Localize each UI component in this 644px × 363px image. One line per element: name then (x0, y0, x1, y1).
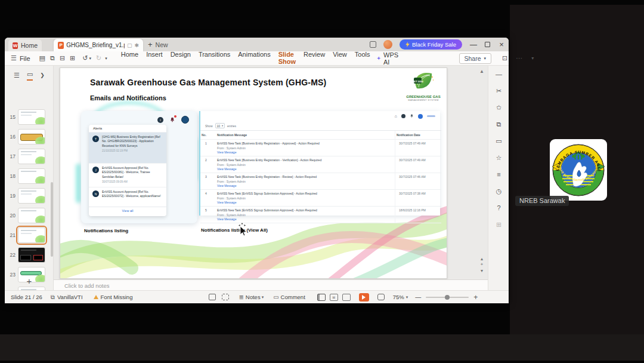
zoom-value[interactable]: 75% (393, 294, 404, 300)
slide-canvas[interactable]: Sarawak Greenhouse Gas Management System… (60, 67, 447, 279)
alert-item-1[interactable]: T [GHG-MS] Business Entity Registration … (89, 133, 166, 164)
file-menu[interactable]: File (19, 54, 31, 63)
thumbnail-scrollbar[interactable] (51, 182, 53, 257)
next-slide-arrow[interactable]: ▾ (479, 268, 485, 273)
favorites-icon[interactable]: ☆ (488, 154, 509, 162)
menu-home[interactable]: Home (120, 50, 139, 67)
view-message-link[interactable]: View Message (217, 167, 394, 171)
hamburger-icon[interactable]: ☰ (11, 54, 17, 62)
view-message-link[interactable]: View Message (217, 217, 394, 221)
theme-name[interactable]: VanillaVTI (57, 294, 83, 300)
thumbnail-row-16[interactable]: 16 (5, 127, 54, 146)
share-button[interactable]: Share ▾ (459, 53, 492, 64)
profile-avatar-icon[interactable] (181, 116, 189, 124)
table-row[interactable]: 4 EnViSS New Task [EnViSS Signup Submiss… (200, 190, 441, 207)
undo-caret-icon[interactable]: ▾ (89, 56, 92, 61)
menu-insert[interactable]: Insert (145, 50, 163, 67)
collapse-strip-icon[interactable]: — (488, 70, 509, 78)
thumbnail-row-20[interactable]: 20 (5, 205, 54, 225)
settings-sliders-icon[interactable]: ≡ (488, 171, 509, 178)
outline-view-icon[interactable]: ☰ (14, 72, 20, 79)
view-all-link[interactable]: View all (89, 207, 166, 213)
user-avatar[interactable] (383, 40, 392, 49)
comment-label[interactable]: Comment (281, 294, 305, 300)
save-icon[interactable]: ▤ (39, 54, 45, 62)
collapse-ribbon-icon[interactable]: ▾ (531, 56, 534, 61)
minimize-button[interactable]: — (469, 41, 478, 49)
zoom-in-button[interactable]: + (473, 293, 478, 302)
fullscreen-icon[interactable] (377, 294, 385, 300)
menu-design[interactable]: Design (170, 50, 191, 67)
table-row[interactable]: 5 EnViSS New Task [EnViSS Signup Submiss… (200, 207, 441, 223)
print-preview-icon[interactable]: ⊞ (70, 54, 75, 62)
undo-icon[interactable]: ↺ (82, 54, 88, 62)
effects-icon[interactable]: ✩ (488, 104, 509, 112)
export-icon[interactable]: ⧉ (50, 54, 55, 62)
zoom-slider-knob[interactable] (445, 295, 450, 300)
edit-tools-icon[interactable]: ✂ (488, 87, 509, 95)
zoom-caret-icon[interactable]: ▾ (406, 295, 408, 300)
view-message-link[interactable]: View Message (217, 184, 394, 187)
view-message-link[interactable]: View Message (217, 201, 394, 204)
print-icon[interactable]: ⊟ (60, 54, 65, 62)
menu-review[interactable]: Review (303, 50, 326, 67)
task-pane-icon[interactable] (209, 294, 216, 300)
table-row[interactable]: 1 EnViSS New Task [Business Entity Regis… (200, 140, 441, 156)
reading-view-button[interactable] (342, 294, 351, 301)
thumbnail-row-17[interactable]: 17 (5, 146, 54, 166)
notes-bar[interactable]: Click to add notes (54, 279, 488, 290)
black-friday-sale-button[interactable]: Black Friday Sale (400, 39, 462, 50)
slide-sorter-view-button[interactable]: ⊞ (330, 294, 338, 301)
info-icon[interactable]: i (157, 117, 163, 123)
comment-panel-icon[interactable]: ▭ (488, 137, 509, 145)
table-row[interactable]: 2 EnViSS New Task [Business Entity Regis… (200, 156, 441, 173)
thumbnail-row-22[interactable]: 22 (5, 245, 54, 264)
menu-animations[interactable]: Animations (237, 50, 271, 67)
history-caret-icon[interactable]: ▾ (105, 56, 107, 61)
notifications-table-panel: ⌂ Show 10 ▾ entries No. (199, 111, 440, 216)
menu-transitions[interactable]: Transitions (198, 50, 231, 67)
notification-bell-icon[interactable] (169, 116, 175, 123)
zoom-out-button[interactable]: — (415, 294, 421, 300)
alert-item-3[interactable]: N EnViSS Account Approved [Ref No. ES/20… (89, 187, 166, 207)
alert-item-2[interactable]: J EnViSS Account Approved [Ref No. ES/20… (89, 164, 166, 187)
menu-tools[interactable]: Tools (354, 50, 371, 67)
table-row[interactable]: 3 EnViSS New Task [Business Entity Regis… (200, 173, 441, 190)
menu-slide-show[interactable]: Slide Show (278, 50, 296, 67)
notes-toggle-label[interactable]: Notes (246, 294, 261, 300)
view-message-link[interactable]: View Message (217, 150, 394, 154)
font-missing-label[interactable]: Font Missing (101, 294, 133, 300)
zoom-slider[interactable] (426, 297, 469, 298)
more-options-icon[interactable]: ⋯ (516, 54, 523, 62)
thumbnail-row-18[interactable]: 18 (5, 166, 54, 186)
close-button[interactable]: × (497, 40, 506, 49)
entries-select[interactable]: 10 ▾ (215, 123, 225, 128)
add-slide-button[interactable]: + (5, 276, 54, 286)
slideshow-play-button[interactable] (359, 293, 369, 302)
new-tab-button[interactable]: + New (148, 40, 168, 49)
thumbnail-row-15[interactable]: 15 (5, 107, 54, 127)
tab-wps-home[interactable]: W Home (8, 39, 42, 51)
maximize-button[interactable] (485, 42, 490, 47)
history-clock-icon[interactable]: ◷ (488, 187, 509, 195)
normal-view-button[interactable] (317, 294, 326, 301)
menu-view[interactable]: View (332, 50, 348, 67)
home-icon[interactable]: ⌂ (395, 114, 397, 118)
expand-panel-icon[interactable]: ❯ (40, 72, 45, 78)
prev-slide-arrow[interactable]: ▴ (479, 256, 485, 262)
slide-view-icon[interactable]: ▭ (27, 70, 33, 81)
thumbnail-row-21-active[interactable]: 21 (5, 225, 54, 245)
notebook-icon[interactable]: ⊡ (502, 54, 507, 62)
layout-mode-icon[interactable] (370, 41, 376, 48)
help-icon[interactable] (401, 114, 405, 118)
thumbnail-row-19[interactable]: 19 (5, 186, 54, 205)
shapes-icon[interactable]: ⧉ (488, 121, 509, 128)
user-avatar-icon[interactable] (418, 114, 423, 119)
bell-icon[interactable] (410, 113, 414, 119)
slide-nav-icon[interactable]: ✦ (479, 262, 485, 267)
help-icon[interactable]: ? (488, 204, 509, 211)
wps-ai-menu[interactable]: WPS AI (377, 50, 400, 67)
notes-caret-icon[interactable]: ▾ (262, 295, 264, 300)
jump-to-icon[interactable] (222, 294, 229, 300)
scroll-up-arrow[interactable]: ▲ (479, 69, 485, 74)
